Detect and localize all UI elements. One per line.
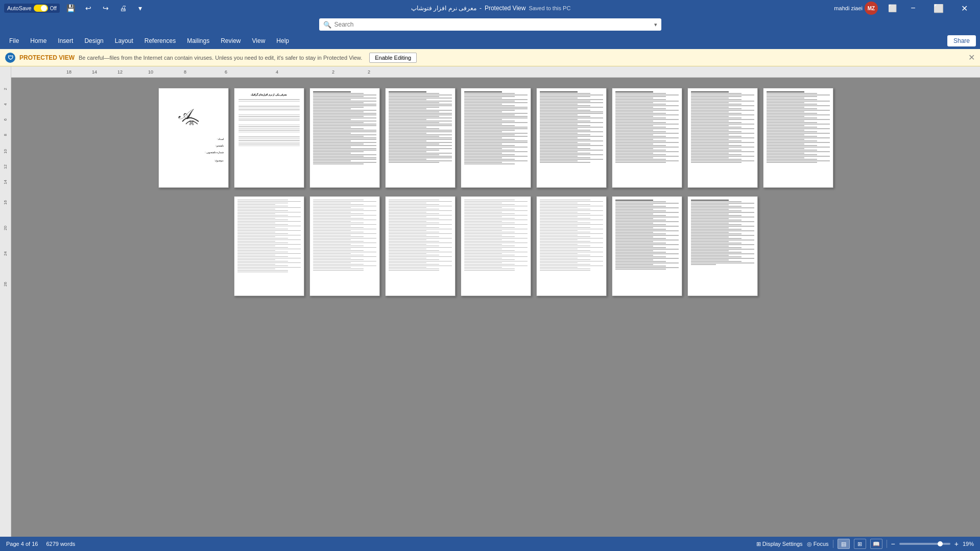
ruler-num-12: 12 <box>117 69 123 75</box>
menu-view[interactable]: View <box>247 35 271 46</box>
page-thumb-9[interactable] <box>763 88 833 188</box>
restore-button[interactable]: ⬜ <box>927 0 950 16</box>
page-1-content: 𝒜 ⌘ استاد : دانشجو : شماره دانشجویی : <box>159 88 228 169</box>
page-thumb-5[interactable] <box>461 88 531 188</box>
focus-icon: ◎ <box>807 541 812 547</box>
menubar-right: Share <box>947 35 976 46</box>
page-thumb-14[interactable] <box>536 196 607 296</box>
search-dropdown-icon[interactable]: ▾ <box>654 21 657 28</box>
ruler-corner <box>0 66 11 78</box>
menu-home[interactable]: Home <box>25 35 52 46</box>
customize-icon[interactable]: ▾ <box>133 3 148 14</box>
page-thumb-8[interactable] <box>687 88 758 188</box>
search-icon: 🔍 <box>323 21 331 29</box>
page-11-content <box>310 197 379 274</box>
page-thumb-7[interactable] <box>612 88 682 188</box>
ribbon-display-icon[interactable]: ⬜ <box>885 3 899 14</box>
ruler-num-4: 4 <box>276 69 278 75</box>
page-4-content <box>386 88 455 165</box>
menu-help[interactable]: Help <box>271 35 294 46</box>
read-mode-view-button[interactable]: 📖 <box>870 539 882 549</box>
document-view[interactable]: 𝒜 ⌘ استاد : دانشجو : شماره دانشجویی : <box>11 78 980 537</box>
ruler-num-6: 6 <box>225 69 227 75</box>
doc-title: معرفی نرم افزار فتوشاپ <box>411 5 476 12</box>
vruler-4: 4 <box>3 103 8 105</box>
word-count: 6279 words <box>46 541 75 547</box>
statusbar-divider-2 <box>887 540 887 548</box>
ruler-num-14: 14 <box>92 69 97 75</box>
ruler-num-18: 18 <box>66 69 71 75</box>
page-thumb-6[interactable] <box>536 88 607 188</box>
page-thumb-12[interactable] <box>385 196 456 296</box>
page-thumb-15[interactable] <box>612 196 682 296</box>
menu-insert[interactable]: Insert <box>53 35 78 46</box>
autosave-state: Off <box>50 6 57 11</box>
vruler-2: 2 <box>3 88 8 90</box>
vertical-ruler: 2 4 6 8 10 12 14 16 20 24 26 <box>0 78 11 537</box>
avatar[interactable]: MZ <box>865 2 878 15</box>
titlebar-right: mahdi ziaei MZ ⬜ − ⬜ ✕ <box>834 0 976 16</box>
menu-review[interactable]: Review <box>216 35 246 46</box>
enable-editing-button[interactable]: Enable Editing <box>369 53 417 63</box>
display-settings-icon: ⊞ <box>756 541 761 547</box>
title-mode: Protected View <box>485 5 526 12</box>
searchbar-area: 🔍 ▾ <box>0 16 980 33</box>
display-settings-button[interactable]: ⊞ Display Settings <box>756 541 803 547</box>
menu-references[interactable]: References <box>139 35 181 46</box>
vruler-14: 14 <box>3 180 8 184</box>
page-thumb-16[interactable] <box>687 196 758 296</box>
autosave-label: AutoSave <box>7 5 32 11</box>
page-2-title: معرفی یکی از نرم افزارهای گرافیک <box>238 92 300 97</box>
zoom-slider[interactable] <box>899 543 950 545</box>
page-thumb-10[interactable] <box>234 196 304 296</box>
protected-icon: 🛡 <box>5 53 15 63</box>
titlebar: AutoSave Off 💾 ↩ ↪ 🖨 ▾ معرفی نرم افزار ف… <box>0 0 980 16</box>
menu-mailings[interactable]: Mailings <box>182 35 214 46</box>
page-thumb-2[interactable]: معرفی یکی از نرم افزارهای گرافیک <box>234 88 304 188</box>
page-thumb-4[interactable] <box>385 88 456 188</box>
ruler-num-10: 10 <box>148 69 153 75</box>
menu-layout[interactable]: Layout <box>110 35 138 46</box>
search-box[interactable]: 🔍 ▾ <box>319 18 661 31</box>
share-button[interactable]: Share <box>947 35 976 46</box>
zoom-in-button[interactable]: + <box>954 540 959 548</box>
page-7-content <box>612 88 682 165</box>
protected-message: Be careful—files from the Internet can c… <box>79 55 362 61</box>
ruler-num-2b: 2 <box>368 69 370 75</box>
page-5-content <box>461 88 531 167</box>
vruler-10: 10 <box>3 149 8 154</box>
autosave-toggle[interactable]: AutoSave Off <box>4 4 60 13</box>
close-button[interactable]: ✕ <box>952 0 976 16</box>
search-input[interactable] <box>334 21 651 28</box>
page-13-content <box>461 197 531 274</box>
page-16-content <box>688 197 757 268</box>
page-1-text: استاد : دانشجو : شماره دانشجویی : موضوع … <box>163 136 224 163</box>
print-icon[interactable]: 🖨 <box>116 3 130 14</box>
focus-button[interactable]: ◎ Focus <box>807 541 829 547</box>
minimize-button[interactable]: − <box>901 0 925 16</box>
vruler-12: 12 <box>3 164 8 169</box>
menu-design[interactable]: Design <box>79 35 108 46</box>
page-row-2 <box>234 196 758 296</box>
redo-icon[interactable]: ↪ <box>99 3 113 14</box>
statusbar-right: ⊞ Display Settings ◎ Focus ▤ ⊞ 📖 − + 19% <box>756 539 974 549</box>
statusbar-divider <box>833 540 833 548</box>
vruler-26: 26 <box>3 282 8 286</box>
page-thumb-3[interactable] <box>309 88 380 188</box>
page-3-content <box>310 88 379 167</box>
zoom-percent: 19% <box>963 541 974 547</box>
quick-access-toolbar: 💾 ↩ ↪ 🖨 ▾ <box>64 3 148 14</box>
title-saved: Saved to this PC <box>529 5 570 11</box>
save-icon[interactable]: 💾 <box>64 3 78 14</box>
banner-close-button[interactable]: ✕ <box>968 53 975 62</box>
menu-file[interactable]: File <box>4 35 24 46</box>
page-thumb-13[interactable] <box>461 196 531 296</box>
web-layout-view-button[interactable]: ⊞ <box>854 539 866 549</box>
statusbar: Page 4 of 16 6279 words ⊞ Display Settin… <box>0 537 980 551</box>
page-thumb-1[interactable]: 𝒜 ⌘ استاد : دانشجو : شماره دانشجویی : <box>158 88 229 188</box>
page-thumb-11[interactable] <box>309 196 380 296</box>
zoom-out-button[interactable]: − <box>891 540 895 548</box>
autosave-switch[interactable] <box>34 5 48 12</box>
print-layout-view-button[interactable]: ▤ <box>838 539 850 549</box>
undo-icon[interactable]: ↩ <box>81 3 95 14</box>
